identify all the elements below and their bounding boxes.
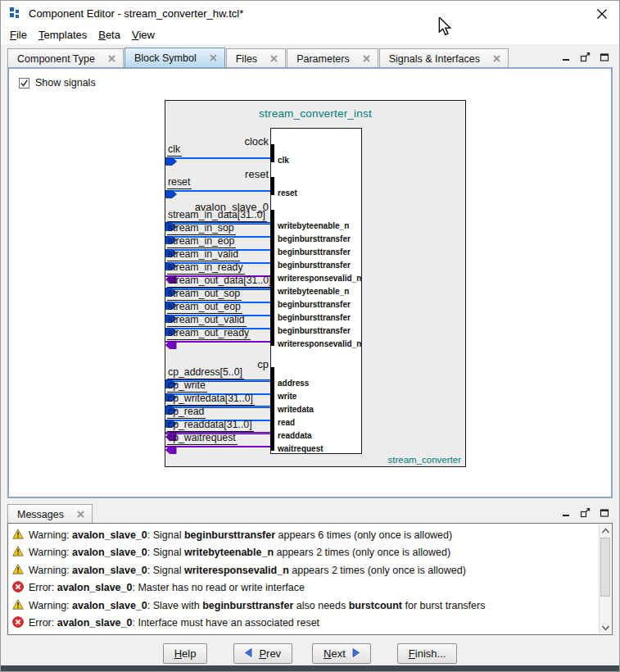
messages-window-controls (561, 508, 613, 524)
tab-label: Files (236, 53, 257, 65)
output-arrow-icon (165, 338, 177, 352)
tab-files[interactable]: Files (226, 48, 286, 68)
message-row[interactable]: Warning: avalon_slave_0: Signal writebyt… (8, 544, 598, 562)
port-group-bar (270, 367, 274, 451)
port-label-reset: reset (278, 188, 297, 198)
signal-wire-stream-out-ready (165, 341, 270, 343)
menu-view[interactable]: View (126, 27, 161, 43)
tab-signals-interfaces[interactable]: Signals & Interfaces (379, 48, 509, 68)
menu-bar: FileTemplatesBetaView (1, 25, 619, 44)
signal-label-cp-address-5-0: cp_address[5..0] (167, 366, 244, 379)
message-text: Warning: avalon_slave_0: Signal beginbur… (29, 529, 452, 541)
minimize-button[interactable] (561, 508, 571, 518)
port-label-readdata: readdata (278, 431, 312, 440)
signal-label-stream-out-eop: stream_out_eop (167, 301, 242, 314)
port-label-writeresponsevalid-n: writeresponsevalid_n (278, 339, 361, 348)
messages-tab-bar: Messages (7, 503, 613, 524)
float-button[interactable] (580, 508, 591, 518)
maximize-button[interactable] (600, 52, 609, 62)
error-icon (12, 616, 24, 630)
main-tab-bar: Component TypeBlock SymbolFilesParameter… (7, 47, 613, 68)
signal-label-stream-in-data-31-0: stream_in_data[31..0] (167, 209, 267, 222)
scrollbar-down-button[interactable] (600, 621, 612, 633)
finish-button[interactable]: Finish... (397, 643, 458, 664)
message-row[interactable]: Error: avalon_slave_0: Interface must ha… (8, 615, 598, 633)
warning-icon (12, 546, 24, 559)
message-text: Error: avalon_slave_0: Interface must ha… (29, 617, 319, 629)
prev-arrow-icon (245, 647, 252, 660)
port-label-beginbursttransfer: beginbursttransfer (278, 300, 351, 309)
tab-close-icon[interactable] (363, 53, 370, 65)
port-label-beginbursttransfer: beginbursttransfer (278, 261, 351, 270)
signal-wire-cp-waitrequest (165, 446, 270, 447)
signal-label-stream-in-eop: stream_in_eop (167, 235, 236, 248)
port-label-waitrequest: waitrequest (278, 444, 324, 453)
menu-beta[interactable]: Beta (93, 27, 126, 43)
tab-close-icon[interactable] (210, 52, 217, 64)
tab-close-icon[interactable] (77, 509, 84, 520)
prev-button[interactable]: Prev (233, 643, 292, 664)
port-label-beginbursttransfer: beginbursttransfer (278, 326, 351, 335)
interface-group-label-clock: clock (244, 135, 269, 148)
wizard-button-row: HelpPrevNextFinish... (1, 643, 619, 664)
app-icon (8, 7, 21, 20)
maximize-button[interactable] (600, 508, 609, 518)
port-label-address: address (278, 379, 309, 388)
messages-list: Warning: avalon_slave_0: Signal beginbur… (8, 526, 598, 633)
tab-close-icon[interactable] (270, 53, 278, 65)
tab-component-type[interactable]: Component Type (7, 48, 124, 68)
tab-label: Component Type (17, 53, 95, 65)
messages-panel: Warning: avalon_slave_0: Signal beginbur… (7, 523, 613, 635)
tab-block-symbol[interactable]: Block Symbol (124, 48, 225, 68)
component-editor-window: Component Editor - stream_converter_hw.t… (0, 0, 620, 672)
minimize-button[interactable] (561, 52, 571, 62)
tab-messages[interactable]: Messages (7, 504, 93, 524)
message-row[interactable]: Warning: avalon_slave_0: Signal beginbur… (8, 526, 598, 544)
message-row[interactable]: Error: avalon_slave_0: Interface with wr… (8, 632, 598, 633)
port-group-bar (270, 177, 274, 195)
port-group-bar (270, 144, 274, 162)
port-label-writebyteenable-n: writebyteenable_n (278, 287, 349, 296)
mouse-cursor (437, 17, 452, 40)
block-diagram: stream_converter_inst stream_converter c… (165, 100, 466, 467)
signal-label-stream-in-sop: stream_in_sop (167, 222, 236, 235)
button-label: Finish... (409, 647, 446, 660)
signal-label-cp-writedata-31-0: cp_writedata[31..0] (167, 393, 255, 406)
float-button[interactable] (580, 52, 591, 62)
panel-window-controls (561, 52, 613, 68)
signal-label-cp-readdata-31-0: cp_readdata[31..0] (167, 419, 254, 432)
port-label-beginbursttransfer: beginbursttransfer (278, 313, 351, 322)
bottom-edge-strip (1, 665, 619, 671)
button-label: Help (174, 647, 197, 660)
port-label-read: read (278, 418, 295, 427)
message-row[interactable]: Warning: avalon_slave_0: Slave with begi… (8, 597, 598, 615)
component-name-label: stream_converter (388, 455, 461, 465)
signal-label-stream-out-sop: stream_out_sop (167, 288, 242, 301)
menu-file[interactable]: File (4, 27, 33, 43)
message-row[interactable]: Error: avalon_slave_0: Master has no rea… (8, 579, 598, 597)
show-signals-label: Show signals (35, 77, 96, 89)
title-bar[interactable]: Component Editor - stream_converter_hw.t… (1, 1, 619, 25)
menu-templates[interactable]: Templates (33, 27, 93, 43)
instance-name-label: stream_converter_inst (165, 107, 465, 120)
scrollbar-thumb[interactable] (600, 538, 610, 597)
tab-close-icon[interactable] (108, 53, 115, 65)
messages-scrollbar[interactable] (599, 524, 611, 633)
scrollbar-up-button[interactable] (600, 524, 612, 537)
window-close-button[interactable] (595, 7, 609, 21)
port-label-write: write (278, 392, 296, 401)
message-row[interactable]: Warning: avalon_slave_0: Signal writeres… (8, 561, 598, 579)
next-button[interactable]: Next (312, 643, 371, 664)
input-arrow-icon (165, 154, 177, 169)
output-arrow-icon (165, 443, 177, 457)
help-button[interactable]: Help (163, 643, 208, 664)
port-label-writedata: writedata (278, 405, 314, 414)
show-signals-control[interactable]: Show signals (19, 77, 96, 89)
tab-parameters[interactable]: Parameters (287, 48, 378, 68)
show-signals-checkbox[interactable] (19, 78, 29, 89)
tab-close-icon[interactable] (493, 53, 500, 65)
interface-group-label-cp: cp (257, 358, 269, 370)
signal-wire-reset (165, 190, 270, 192)
tab-label: Parameters (296, 53, 350, 65)
interface-group-label-reset: reset (245, 168, 269, 180)
